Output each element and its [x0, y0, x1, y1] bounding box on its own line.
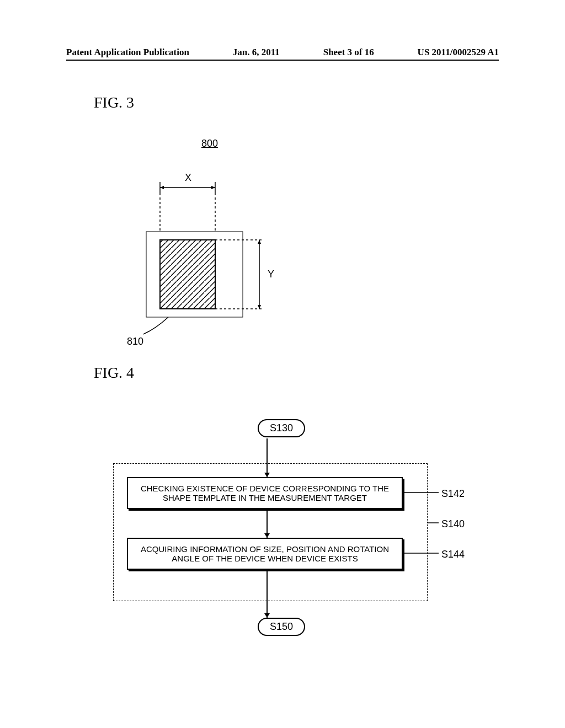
diagram-svg: X Y [143, 165, 303, 336]
svg-marker-13 [258, 240, 261, 244]
label-s142: S142 [441, 488, 465, 500]
header-left: Patent Application Publication [66, 47, 189, 58]
x-dimension-label: X [185, 172, 191, 183]
figure-3-diagram: 800 X Y 810 [143, 138, 337, 347]
step-s142-box: CHECKING EXISTENCE OF DEVICE CORRESPONDI… [127, 477, 403, 509]
header-sheet: Sheet 3 of 16 [323, 47, 374, 58]
header-center: Jan. 6, 2011 [233, 47, 280, 58]
svg-rect-9 [160, 240, 215, 309]
reference-810: 810 [127, 336, 143, 347]
figure-3-label: FIG. 3 [94, 94, 134, 111]
svg-marker-3 [160, 186, 164, 189]
svg-marker-4 [211, 186, 215, 189]
header-right: US 2011/0002529 A1 [418, 47, 499, 58]
reference-800: 800 [201, 138, 218, 149]
figure-4-label: FIG. 4 [94, 364, 134, 382]
label-s144: S144 [441, 549, 465, 560]
svg-marker-14 [258, 305, 261, 309]
page-header: Patent Application Publication Jan. 6, 2… [66, 47, 499, 58]
step-s150: S150 [258, 618, 305, 636]
step-s144-box: ACQUIRING INFORMATION OF SIZE, POSITION … [127, 538, 403, 570]
y-dimension-label: Y [268, 269, 274, 280]
svg-marker-20 [264, 613, 270, 618]
label-s140: S140 [441, 518, 465, 530]
step-s130: S130 [258, 419, 305, 437]
figure-4-flowchart: S130 S150 CHECKING EXISTENCE OF DEVICE C… [110, 414, 452, 645]
header-divider [66, 60, 499, 61]
